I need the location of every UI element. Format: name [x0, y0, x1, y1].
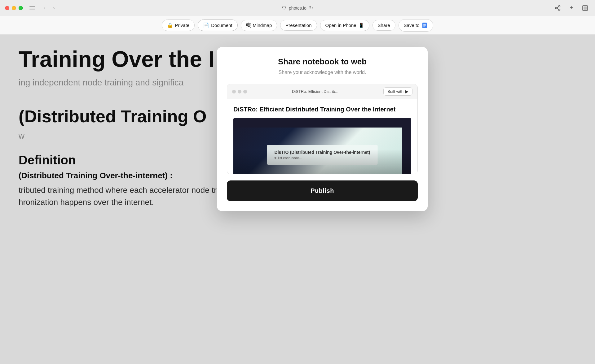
share-modal: Share notebook to web Share your acknowl…	[217, 47, 428, 211]
forward-button[interactable]: ›	[50, 4, 58, 12]
toolbar: 🔒 Private 📄 Document 🕸 Mindmap Presentat…	[0, 16, 595, 35]
presentation-label: Presentation	[285, 23, 311, 28]
share-icon[interactable]	[553, 3, 563, 13]
address-bar: 🛡 photes.io ↻	[282, 5, 313, 11]
built-with-label: Built with	[387, 89, 403, 94]
mindmap-label: Mindmap	[253, 23, 272, 28]
svg-rect-0	[29, 6, 35, 6]
svg-rect-8	[423, 26, 425, 27]
save-to-label: Save to	[404, 23, 420, 28]
preview-tl-2	[238, 90, 241, 93]
mindmap-icon: 🕸	[246, 23, 251, 28]
nav-buttons: ‹ ›	[40, 4, 58, 12]
dark-top-bar	[233, 118, 411, 128]
shield-icon: 🛡	[282, 6, 286, 11]
document-label: Document	[211, 23, 232, 28]
preview-doc-title: DiSTRo: Efficient Distributed Training O…	[233, 105, 411, 113]
document-button[interactable]: 📄 Document	[198, 20, 237, 31]
document-icon: 📄	[203, 22, 209, 28]
presentation-button[interactable]: Presentation	[280, 20, 317, 31]
back-button[interactable]: ‹	[40, 4, 49, 12]
svg-rect-7	[423, 25, 426, 26]
modal-subtitle: Share your acknowledge with the world.	[227, 70, 418, 75]
minimize-button[interactable]	[12, 6, 16, 10]
modal-title: Share notebook to web	[227, 57, 418, 67]
mindmap-button[interactable]: 🕸 Mindmap	[241, 20, 277, 31]
svg-rect-4	[584, 6, 587, 10]
built-with-button[interactable]: Built with ▶	[383, 87, 412, 96]
main-content: Training Over the I ing independent node…	[0, 35, 595, 364]
share-button[interactable]: Share	[372, 20, 395, 31]
tabs-icon[interactable]	[580, 3, 590, 13]
preview-traffic-lights	[232, 90, 247, 93]
image-overlay	[233, 149, 411, 174]
preview-card-body: DiSTRo: Efficient Distributed Training O…	[227, 99, 417, 174]
title-bar: ‹ › 🛡 photes.io ↻ +	[0, 0, 595, 16]
save-to-button[interactable]: Save to	[399, 19, 434, 32]
add-tab-icon[interactable]: +	[566, 3, 576, 13]
preview-card: DiSTRo: Efficient Distrib... Built with …	[227, 84, 418, 174]
svg-rect-6	[423, 24, 426, 25]
preview-tl-3	[243, 90, 247, 93]
url-text: photes.io	[289, 6, 306, 11]
preview-image: DisTrO (Distributed Training Over-the-in…	[233, 118, 411, 174]
google-docs-icon	[421, 22, 428, 29]
svg-rect-2	[29, 10, 35, 10]
publish-button[interactable]: Publish	[227, 180, 418, 201]
maximize-button[interactable]	[19, 6, 23, 10]
private-label: Private	[175, 23, 190, 28]
traffic-lights	[5, 6, 23, 10]
built-with-icon: ▶	[405, 89, 408, 94]
preview-titlebar: DiSTRo: Efficient Distrib... Built with …	[227, 84, 417, 99]
title-bar-actions: +	[553, 3, 590, 13]
phone-icon: 📱	[358, 23, 364, 28]
sidebar-toggle-icon[interactable]	[28, 4, 37, 12]
private-button[interactable]: 🔒 Private	[162, 20, 195, 31]
preview-tl-1	[232, 90, 236, 93]
share-label: Share	[378, 23, 390, 28]
close-button[interactable]	[5, 6, 9, 10]
lock-icon: 🔒	[167, 22, 173, 28]
open-in-phone-label: Open in Phone	[325, 23, 356, 28]
refresh-icon[interactable]: ↻	[309, 5, 313, 11]
svg-rect-1	[29, 8, 35, 8]
preview-tab-title: DiSTRo: Efficient Distrib...	[292, 89, 338, 94]
open-in-phone-button[interactable]: Open in Phone 📱	[320, 20, 369, 31]
